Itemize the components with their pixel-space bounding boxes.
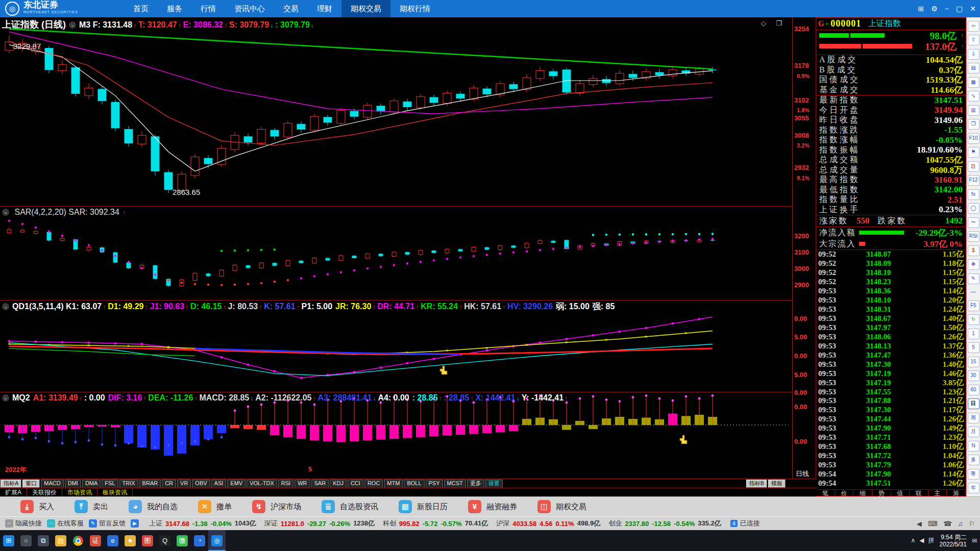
tick-row[interactable]: 09:533147.193.85亿	[816, 378, 966, 387]
app-red-icon[interactable]: 证	[87, 530, 104, 551]
settings-button[interactable]: 设置	[485, 480, 503, 488]
compass-icon[interactable]: ◔	[191, 530, 208, 551]
index-quote-沪深[interactable]: 沪深4033.584.560.11%498.9亿	[496, 519, 600, 528]
indicator-tab-MTM[interactable]: MTM	[384, 480, 403, 488]
phone-icon[interactable]: ☎	[943, 520, 951, 528]
info-icon[interactable]: ⚑	[968, 147, 979, 158]
indicator-tab-EMV[interactable]: EMV	[227, 480, 246, 488]
qd1-panel[interactable]: ⌄QD1(3,5,11,4) K1: 63.07↑D1: 49.29↑J1: 9…	[0, 300, 792, 392]
move-icon[interactable]: ✥	[968, 259, 979, 270]
indicator-tab-CR[interactable]: CR	[162, 480, 176, 488]
period-15[interactable]: 15	[968, 357, 979, 367]
chart-corner-icons[interactable]: ◇ ❐	[761, 19, 786, 27]
wave-icon[interactable]: 〜	[968, 217, 979, 228]
tick-row[interactable]: 09:533147.721.04亿	[816, 452, 966, 461]
refresh-icon[interactable]: ↻	[968, 314, 979, 325]
notification-icon[interactable]: ✉	[972, 537, 977, 544]
shortcut-融资融券[interactable]: ¥融资融券	[468, 500, 517, 513]
indicator-tab-MACD[interactable]: MACD	[41, 480, 63, 488]
indicator-tab-ROC[interactable]: ROC	[364, 480, 383, 488]
indicator-group-button-模板[interactable]: 模板	[768, 480, 786, 488]
f10-button[interactable]: F10	[968, 133, 979, 144]
index-quote-科创[interactable]: 科创995.82-5.72-0.57%70.41亿	[383, 519, 488, 528]
period-week[interactable]: 周	[968, 413, 979, 423]
tick-row[interactable]: 09:533147.971.50亿	[816, 323, 966, 333]
nesc-icon[interactable]: ◎	[208, 530, 226, 551]
tray-icon[interactable]: 拼	[928, 537, 935, 544]
period-year[interactable]: 年	[968, 483, 979, 493]
app-blue-icon[interactable]: e	[104, 530, 121, 551]
indicator-tab-DMA[interactable]: DMA	[82, 480, 101, 488]
main-candle-panel[interactable]: 上证指数 (日线)⌄M3 F: 3131.48↑T: 3120.47↑E: 30…	[0, 17, 792, 206]
tick-row[interactable]: 09:523148.091.18亿	[816, 259, 966, 268]
index-quote-上证[interactable]: 上证3147.68-1.38-0.04%1043亿	[149, 519, 256, 528]
tick-row[interactable]: 09:533148.061.26亿	[816, 332, 966, 341]
pen-icon[interactable]: ✎	[89, 519, 97, 528]
tick-row[interactable]: 09:533147.711.23亿	[816, 433, 966, 442]
chevron-down-icon[interactable]: ⌄	[2, 394, 9, 402]
period-5[interactable]: 5	[968, 342, 979, 353]
tick-row[interactable]: 09:523148.101.15亿	[816, 268, 966, 278]
indicator-tab-PSY[interactable]: PSY	[426, 480, 443, 488]
down-icon[interactable]: ⇩	[968, 49, 979, 60]
qq-icon[interactable]: Q	[156, 530, 174, 551]
period-60[interactable]: 60	[968, 385, 979, 395]
period-day[interactable]: 日	[968, 398, 979, 409]
tick-row[interactable]: 09:523148.231.15亿	[816, 278, 966, 287]
apps-grid-icon[interactable]: ⊞	[918, 5, 924, 13]
menu-item-资讯中心[interactable]: 资讯中心	[225, 0, 274, 17]
start-button[interactable]: ⊞	[0, 530, 17, 551]
indicator-tab-ASI[interactable]: ASI	[211, 480, 227, 488]
money-icon[interactable]: $	[968, 245, 979, 256]
tick-row[interactable]: 09:533147.471.36亿	[816, 350, 966, 360]
close-button[interactable]: ✕	[970, 5, 976, 13]
shortcut-我的自选[interactable]: ◕我的自选	[129, 500, 178, 513]
sound-icon[interactable]: ♫	[958, 520, 963, 528]
tick-row[interactable]: 09:533147.301.40亿	[816, 360, 966, 369]
indicator-tab-TRIX[interactable]: TRIX	[119, 480, 138, 488]
indicator-group-button-指标A[interactable]: 指标A	[1, 480, 21, 488]
chrome-icon[interactable]	[69, 530, 87, 551]
shortcut-期权交易[interactable]: ◫期权交易	[537, 500, 586, 513]
online-service-label[interactable]: 在线客服	[57, 519, 84, 528]
maximize-button[interactable]: ▢	[956, 5, 963, 13]
indicator-tab-CCI[interactable]: CCI	[348, 480, 363, 488]
indicator-tab-SAR[interactable]: SAR	[311, 480, 329, 488]
menu-item-理财[interactable]: 理财	[308, 0, 341, 17]
shortcut-卖出[interactable]: ⤒卖出	[75, 500, 108, 513]
tick-row[interactable]: 09:533147.901.49亿	[816, 424, 966, 433]
tick-row[interactable]: 09:533147.881.21亿	[816, 396, 966, 406]
indicator-tab-FSL[interactable]: FSL	[102, 480, 118, 488]
menu-item-行情[interactable]: 行情	[191, 0, 225, 17]
ext-tab-关联报价[interactable]: 关联报价	[27, 488, 62, 496]
f12-button[interactable]: F12	[968, 175, 979, 186]
tick-row[interactable]: 09:533147.301.17亿	[816, 406, 966, 415]
indicator-tab-MCST[interactable]: MCST	[444, 480, 466, 488]
shortcut-买入[interactable]: ⤓买入	[20, 500, 54, 513]
sar-panel[interactable]: ⌄ SAR(4,2,2,20) SAR: 3092.34 ↑	[0, 206, 792, 300]
explorer-icon[interactable]: ▤	[52, 530, 69, 551]
period-30[interactable]: 30	[968, 370, 979, 381]
tick-row[interactable]: 09:533148.311.24亿	[816, 305, 966, 314]
chevron-down-icon[interactable]: ⌄	[2, 209, 9, 216]
hide-icon[interactable]: −	[5, 519, 13, 528]
chat-icon[interactable]: ⋯	[47, 519, 55, 528]
tick-row[interactable]: 09:533148.361.14亿	[816, 287, 966, 296]
task-view-icon[interactable]: ⧉	[35, 530, 52, 551]
tick-row[interactable]: 09:543147.901.14亿	[816, 470, 966, 479]
edit-icon[interactable]: ✎	[968, 273, 979, 284]
ext-tab-扩展A[interactable]: 扩展A	[0, 488, 27, 496]
indicator-tab-OBV[interactable]: OBV	[192, 480, 210, 488]
tick-row[interactable]: 09:543147.511.26亿	[816, 479, 966, 488]
index-quote-深证[interactable]: 深证11281.0-29.27-0.26%1238亿	[264, 519, 375, 528]
tick-row[interactable]: 09:533147.551.23亿	[816, 387, 966, 396]
tray-icon[interactable]: ◀	[919, 537, 924, 544]
menu-item-交易[interactable]: 交易	[274, 0, 308, 17]
indicator-tab-更多[interactable]: 更多	[467, 480, 484, 488]
favorites-icon[interactable]: ★	[121, 530, 139, 551]
tick-row[interactable]: 09:533147.791.06亿	[816, 461, 966, 470]
shortcut-自选股资讯[interactable]: ≣自选股资讯	[322, 500, 378, 513]
tick-row[interactable]: 09:533148.101.20亿	[816, 296, 966, 305]
indicator-tab-KDJ[interactable]: KDJ	[330, 480, 347, 488]
indicator-tab-VOL-TDX[interactable]: VOL-TDX	[247, 480, 277, 488]
